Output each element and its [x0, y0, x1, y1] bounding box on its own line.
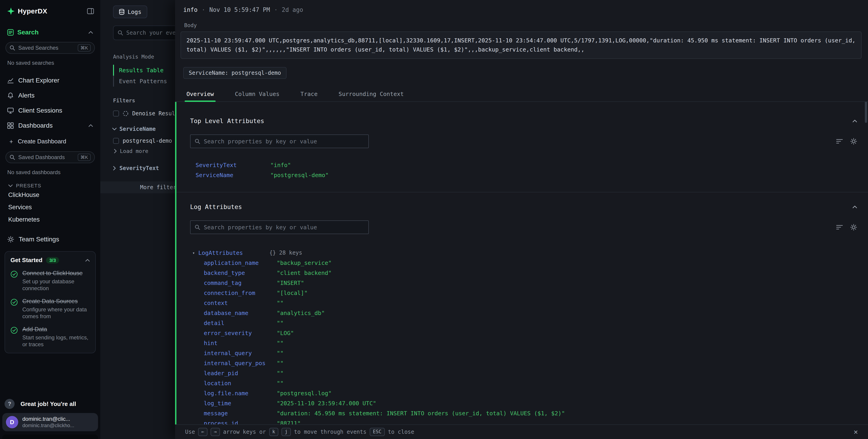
attribute-key[interactable]: backend_type — [204, 270, 277, 276]
log-attributes-search-input[interactable]: Search properties by key or value — [190, 220, 369, 234]
tab-column-values[interactable]: Column Values — [235, 87, 279, 101]
scrollbar-thumb[interactable] — [865, 102, 867, 123]
shortcut-badge: ⌘K — [78, 44, 91, 52]
event-body[interactable]: 2025-11-10 23:59:47.000 UTC,postgres,ana… — [181, 31, 862, 59]
list-options-icon[interactable] — [836, 224, 843, 230]
attribute-value[interactable]: "" — [277, 320, 284, 326]
attribute-key[interactable]: log_time — [204, 400, 277, 407]
attribute-key[interactable]: application_name — [204, 260, 277, 266]
attribute-value[interactable]: "" — [277, 350, 284, 356]
log-attributes-tree-root[interactable]: ▾ LogAttributes {} 28 keys — [190, 248, 857, 258]
attribute-value[interactable]: "postgresql.log" — [277, 390, 332, 397]
search-icon — [195, 138, 200, 144]
collapse-section-icon[interactable] — [852, 120, 857, 122]
attribute-value[interactable]: "LOG" — [277, 330, 294, 337]
attribute-key[interactable]: database_name — [204, 310, 277, 316]
collapse-section-icon[interactable] — [852, 206, 857, 208]
sidebar-preset-item[interactable]: Services — [0, 201, 100, 213]
denoise-checkbox[interactable] — [113, 111, 119, 117]
attribute-value[interactable]: "" — [277, 300, 284, 306]
get-started-item-title: Create Data Sources — [22, 298, 90, 305]
attribute-value[interactable]: "client backend" — [277, 270, 332, 276]
attribute-key[interactable]: message — [204, 410, 277, 417]
sidebar-collapse-icon[interactable] — [87, 8, 94, 14]
attribute-row: error_severity "LOG" — [190, 328, 857, 338]
get-started-item[interactable]: Connect to ClickHouse Set up your databa… — [10, 270, 90, 292]
help-icon[interactable]: ? — [5, 399, 14, 409]
tab-trace[interactable]: Trace — [301, 87, 317, 101]
tab-surrounding-context[interactable]: Surrounding Context — [339, 87, 404, 101]
get-started-item[interactable]: Create Data Sources Configure where your… — [10, 298, 90, 320]
attribute-value[interactable]: "postgresql-demo" — [270, 172, 329, 179]
gear-icon[interactable] — [850, 138, 857, 145]
saved-dashboards-input[interactable]: Saved Dashboards ⌘K — [5, 151, 95, 163]
sidebar-item-dashboards[interactable]: Dashboards — [0, 118, 100, 133]
chevron-up-icon[interactable] — [85, 259, 90, 262]
group-label: SeverityText — [119, 165, 159, 171]
attribute-key[interactable]: leader_pid — [204, 370, 277, 377]
attribute-value[interactable]: "INSERT" — [277, 280, 304, 286]
keys-count-text: 28 keys — [279, 250, 302, 256]
chevron-up-icon — [88, 31, 93, 34]
attribute-value[interactable]: "duration: 45.950 ms statement: INSERT I… — [277, 410, 565, 417]
source-label: Logs — [128, 9, 141, 15]
sidebar-preset-item[interactable]: ClickHouse — [0, 189, 100, 201]
hyperdx-logo-icon — [7, 7, 14, 15]
attribute-value[interactable]: "88711" — [277, 420, 301, 425]
attribute-key[interactable]: log.file.name — [204, 390, 277, 397]
attribute-key[interactable]: hint — [204, 340, 277, 346]
sidebar-item-client-sessions[interactable]: Client Sessions — [0, 103, 100, 118]
attribute-value[interactable]: "analytics_db" — [277, 310, 325, 316]
attribute-key[interactable]: location — [204, 380, 277, 386]
top-attributes-toolbar: Search properties by key or value — [190, 134, 857, 148]
footer-text: to close — [388, 429, 414, 435]
search-section-label: Search — [17, 29, 38, 36]
attribute-key[interactable]: process_id — [204, 420, 277, 425]
attribute-row: internal_query_pos "" — [190, 358, 857, 368]
attribute-key[interactable]: ServiceName — [195, 172, 270, 179]
mode-label: Results Table — [119, 67, 164, 74]
attribute-key[interactable]: connection_from — [204, 290, 277, 296]
sidebar-item-chart-explorer[interactable]: Chart Explorer — [0, 73, 100, 88]
attribute-key[interactable]: SeverityText — [195, 162, 270, 168]
attribute-value[interactable]: "info" — [270, 162, 291, 168]
attribute-value[interactable]: "[local]" — [277, 290, 308, 296]
attribute-key[interactable]: detail — [204, 320, 277, 326]
attribute-key[interactable]: internal_query — [204, 350, 277, 356]
attribute-value[interactable]: "2025-11-10 23:59:47.000 UTC" — [277, 400, 376, 407]
tab-overview[interactable]: Overview — [186, 87, 214, 101]
service-name-chip[interactable]: ServiceName: postgresql-demo — [183, 67, 286, 79]
create-dashboard-button[interactable]: ＋ Create Dashboard — [0, 135, 100, 148]
attribute-value[interactable]: "" — [277, 380, 284, 386]
filter-checkbox[interactable] — [113, 138, 119, 144]
presets-toggle[interactable]: PRESETS — [0, 183, 100, 189]
attribute-key[interactable]: context — [204, 300, 277, 306]
attribute-value[interactable]: "" — [277, 340, 284, 346]
attribute-key[interactable]: command_tag — [204, 280, 277, 286]
panel-footer: Use ← → arrow keys or k j to move throug… — [175, 425, 868, 439]
attribute-value[interactable]: "" — [277, 370, 284, 377]
list-options-icon[interactable] — [836, 138, 843, 144]
sidebar-item-search[interactable]: Search — [0, 29, 100, 36]
event-detail-panel: info · Nov 10 5:59:47 PM · 2d ago Body 2… — [175, 0, 868, 439]
presets-list: ClickHouse Services Kubernetes — [0, 189, 100, 226]
saved-searches-input[interactable]: Saved Searches ⌘K — [5, 42, 95, 54]
attribute-value[interactable]: "backup_service" — [277, 260, 332, 266]
sidebar-item-alerts[interactable]: Alerts — [0, 88, 100, 103]
get-started-item[interactable]: Add Data Start sending logs, metrics, or… — [10, 326, 90, 348]
gear-icon[interactable] — [850, 224, 857, 231]
user-menu[interactable]: D dominic.tran@clic... dominic.tran@clic… — [2, 413, 98, 431]
plus-icon: ＋ — [8, 137, 14, 146]
attribute-key[interactable]: error_severity — [204, 330, 277, 337]
source-selector[interactable]: Logs — [113, 5, 147, 18]
sidebar-item-team-settings[interactable]: Team Settings — [0, 236, 100, 243]
top-attributes-search-input[interactable]: Search properties by key or value — [190, 134, 369, 148]
saved-searches-placeholder: Saved Searches — [18, 45, 58, 51]
attribute-key[interactable]: internal_query_pos — [204, 360, 277, 367]
close-icon[interactable]: × — [854, 428, 858, 436]
attribute-value[interactable]: "" — [277, 360, 284, 367]
search-icon — [9, 155, 15, 160]
footer-text: Use — [185, 429, 195, 435]
sidebar-preset-item[interactable]: Kubernetes — [0, 213, 100, 226]
tree-root-label[interactable]: LogAttributes — [198, 250, 243, 256]
